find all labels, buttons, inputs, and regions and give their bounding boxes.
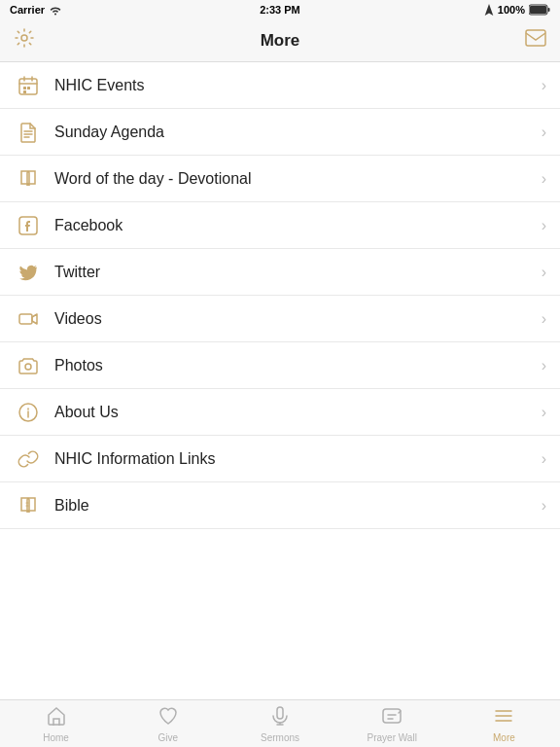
chevron-right-icon: › — [542, 357, 546, 374]
tab-give[interactable]: Give — [112, 700, 224, 747]
list-item-word-of-day[interactable]: Word of the day - Devotional › — [0, 156, 560, 202]
svg-rect-14 — [383, 709, 401, 723]
item-label-sunday-agenda: Sunday Agenda — [54, 124, 542, 141]
list-item-nhic-info-links[interactable]: NHIC Information Links › — [0, 436, 560, 482]
gear-icon[interactable] — [14, 27, 35, 53]
book-icon — [14, 168, 43, 190]
svg-rect-4 — [526, 30, 545, 46]
tab-label-home: Home — [43, 732, 69, 743]
wifi-icon — [49, 4, 62, 16]
nav-title: More — [261, 31, 300, 51]
tab-sermons[interactable]: Sermons — [224, 700, 335, 747]
svg-rect-7 — [27, 87, 30, 89]
list-item-nhic-events[interactable]: NHIC Events › — [0, 62, 560, 109]
calendar-icon — [14, 75, 43, 96]
camera-icon — [14, 355, 43, 376]
svg-rect-6 — [23, 87, 26, 89]
item-label-photos: Photos — [54, 357, 542, 374]
item-label-nhic-info-links: NHIC Information Links — [54, 450, 542, 468]
svg-rect-2 — [530, 6, 546, 14]
list-item-about-us[interactable]: About Us › — [0, 389, 560, 436]
heart-icon — [158, 705, 179, 730]
item-label-videos: Videos — [54, 310, 542, 328]
battery-icon — [529, 4, 550, 16]
twitter-icon — [14, 262, 43, 283]
chevron-right-icon: › — [542, 264, 546, 281]
list-item-twitter[interactable]: Twitter › — [0, 249, 560, 296]
chevron-right-icon: › — [542, 450, 546, 468]
svg-rect-13 — [277, 707, 283, 719]
battery-label: 100% — [498, 4, 525, 16]
svg-rect-10 — [19, 314, 32, 324]
facebook-icon — [14, 215, 43, 236]
chevron-right-icon: › — [542, 217, 546, 234]
chevron-right-icon: › — [542, 497, 546, 515]
svg-rect-1 — [548, 8, 550, 12]
list-item-sunday-agenda[interactable]: Sunday Agenda › — [0, 109, 560, 156]
bible-icon — [14, 495, 43, 516]
status-left: Carrier — [10, 4, 62, 16]
svg-point-3 — [21, 35, 27, 41]
item-label-nhic-events: NHIC Events — [54, 77, 542, 94]
item-label-facebook: Facebook — [54, 217, 542, 234]
mail-icon[interactable] — [525, 29, 546, 52]
info-icon — [14, 402, 43, 423]
menu-list: NHIC Events › Sunday Agenda › Word of th… — [0, 62, 560, 529]
tab-label-give: Give — [158, 732, 179, 743]
prayer-icon — [381, 705, 402, 730]
status-right: 100% — [484, 4, 550, 16]
tab-prayer-wall[interactable]: Prayer Wall — [336, 700, 448, 747]
status-bar: Carrier 2:33 PM 100% — [0, 0, 560, 19]
item-label-about-us: About Us — [54, 404, 542, 421]
tab-label-more: More — [493, 732, 515, 743]
chevron-right-icon: › — [542, 77, 546, 94]
chevron-right-icon: › — [542, 310, 546, 328]
carrier-label: Carrier — [10, 4, 45, 16]
status-time: 2:33 PM — [260, 4, 300, 16]
tab-more[interactable]: More — [448, 700, 560, 747]
item-label-word-of-day: Word of the day - Devotional — [54, 170, 542, 188]
tab-label-prayer-wall: Prayer Wall — [368, 732, 417, 743]
list-item-photos[interactable]: Photos › — [0, 342, 560, 389]
home-icon — [46, 705, 67, 730]
document-icon — [14, 122, 43, 143]
menu-icon — [493, 705, 514, 730]
tab-home[interactable]: Home — [0, 700, 112, 747]
link-icon — [14, 448, 43, 470]
list-item-videos[interactable]: Videos › — [0, 296, 560, 342]
item-label-bible: Bible — [54, 497, 542, 515]
svg-rect-8 — [23, 90, 26, 93]
mic-icon — [269, 705, 291, 730]
chevron-right-icon: › — [542, 170, 546, 188]
chevron-right-icon: › — [542, 124, 546, 141]
video-icon — [14, 308, 43, 330]
chevron-right-icon: › — [542, 404, 546, 421]
item-label-twitter: Twitter — [54, 264, 542, 281]
list-item-facebook[interactable]: Facebook › — [0, 202, 560, 249]
nav-bar: More — [0, 19, 560, 62]
tab-label-sermons: Sermons — [261, 732, 299, 743]
location-icon — [484, 4, 494, 16]
svg-point-11 — [25, 364, 31, 370]
tab-bar: Home Give Sermons Prayer Wall More — [0, 699, 560, 747]
list-item-bible[interactable]: Bible › — [0, 482, 560, 529]
